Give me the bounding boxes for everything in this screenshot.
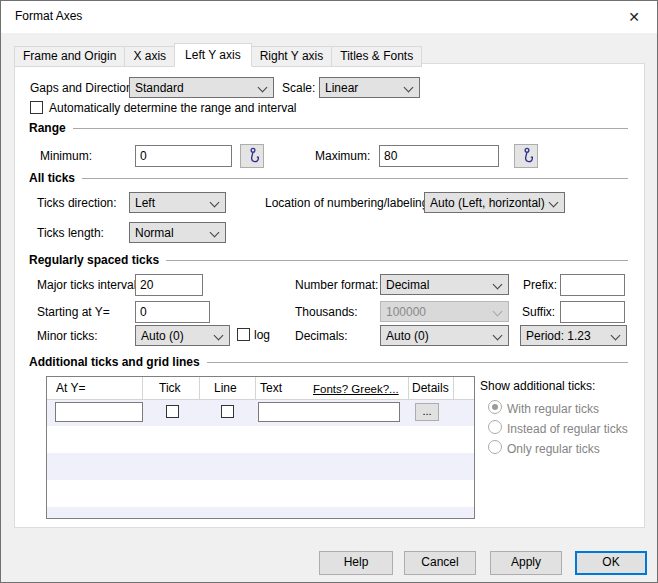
chevron-down-icon: [214, 331, 224, 341]
ticks-direction-label: Ticks direction:: [37, 196, 117, 210]
ticks-length-label: Ticks length:: [37, 226, 104, 240]
tab-titles-fonts[interactable]: Titles & Fonts: [331, 46, 422, 67]
auto-range-checkbox[interactable]: [30, 101, 43, 114]
column-header-text: Text: [260, 381, 282, 395]
additional-ticks-section-header: Additional ticks and grid lines: [29, 355, 628, 369]
radio-instead-of-regular-ticks[interactable]: [488, 420, 502, 434]
thousands-select: 100000: [380, 301, 509, 322]
help-button[interactable]: Help: [319, 551, 393, 575]
radio-with-regular-ticks[interactable]: [488, 400, 502, 414]
cancel-button[interactable]: Cancel: [404, 551, 476, 575]
chevron-down-icon: [404, 83, 414, 93]
minimum-label: Minimum:: [40, 149, 92, 163]
scale-label: Scale:: [282, 81, 315, 95]
radio-only-regular-ticks-label: Only regular ticks: [507, 442, 600, 456]
numbering-location-select[interactable]: Auto (Left, horizontal): [424, 192, 565, 213]
details-button[interactable]: ...: [415, 403, 439, 421]
line-checkbox[interactable]: [221, 405, 234, 418]
show-additional-ticks-label: Show additional ticks:: [480, 379, 595, 393]
log-label: log: [254, 328, 270, 342]
radio-with-regular-ticks-label: With regular ticks: [507, 402, 599, 416]
numbering-location-label: Location of numbering/labeling:: [265, 196, 432, 210]
chevron-down-icon: [493, 307, 503, 317]
decimals-select[interactable]: Auto (0): [380, 325, 509, 346]
table-row: [47, 453, 474, 480]
period-select[interactable]: Period: 1.23: [520, 325, 627, 346]
minimum-hook-button[interactable]: [240, 144, 264, 168]
chevron-down-icon: [210, 228, 220, 238]
tab-page-left-y-axis: Gaps and Direction: Standard Scale: Line…: [14, 63, 645, 528]
additional-ticks-table: At Y= Tick Line Text Fonts? Greek?... De…: [46, 376, 475, 519]
prefix-label: Prefix:: [523, 278, 557, 292]
dialog-title: Format Axes: [15, 9, 82, 23]
chevron-down-icon: [258, 83, 268, 93]
tab-right-y-axis[interactable]: Right Y axis: [251, 46, 333, 67]
tick-checkbox[interactable]: [166, 405, 179, 418]
maximum-hook-button[interactable]: [514, 144, 538, 168]
regular-ticks-section-header: Regularly spaced ticks: [29, 253, 628, 267]
minor-ticks-select[interactable]: Auto (0): [135, 325, 230, 346]
gaps-direction-select[interactable]: Standard: [129, 77, 274, 98]
starting-at-label: Starting at Y=: [37, 305, 110, 319]
radio-instead-of-regular-ticks-label: Instead of regular ticks: [507, 422, 628, 436]
radio-only-regular-ticks[interactable]: [488, 440, 502, 454]
minimum-input[interactable]: [135, 145, 232, 167]
ok-button[interactable]: OK: [575, 551, 647, 575]
scale-select[interactable]: Linear: [319, 77, 420, 98]
column-header-details: Details: [412, 381, 449, 395]
tab-frame-and-origin[interactable]: Frame and Origin: [14, 46, 125, 67]
table-row: [47, 507, 474, 518]
range-section-header: Range: [29, 121, 628, 135]
thousands-label: Thousands:: [295, 305, 358, 319]
maximum-input[interactable]: [379, 145, 499, 167]
decimals-label: Decimals:: [295, 329, 348, 343]
format-axes-dialog: Format Axes ✕ Frame and Origin X axis Le…: [0, 0, 658, 583]
minor-ticks-label: Minor ticks:: [37, 329, 98, 343]
ticks-length-select[interactable]: Normal: [129, 222, 226, 243]
major-ticks-label: Major ticks interval:: [37, 278, 140, 292]
close-icon[interactable]: ✕: [623, 7, 645, 27]
apply-button[interactable]: Apply: [490, 551, 562, 575]
all-ticks-section-header: All ticks: [29, 171, 628, 185]
fish-hook-icon: [518, 147, 534, 165]
chevron-down-icon: [210, 198, 220, 208]
tab-x-axis[interactable]: X axis: [124, 46, 175, 67]
auto-range-label: Automatically determine the range and in…: [49, 101, 296, 115]
column-header-line: Line: [214, 381, 237, 395]
chevron-down-icon: [611, 331, 621, 341]
chevron-down-icon: [549, 198, 559, 208]
chevron-down-icon: [493, 280, 503, 290]
maximum-label: Maximum:: [315, 149, 370, 163]
tick-text-input[interactable]: [258, 402, 400, 422]
gaps-direction-label: Gaps and Direction:: [30, 81, 136, 95]
at-y-input[interactable]: [55, 402, 143, 422]
log-checkbox[interactable]: [237, 328, 250, 341]
fish-hook-icon: [244, 147, 260, 165]
major-ticks-input[interactable]: [135, 274, 203, 296]
chevron-down-icon: [493, 331, 503, 341]
column-header-tick: Tick: [159, 381, 181, 395]
number-format-label: Number format:: [295, 278, 378, 292]
fonts-greek-link[interactable]: Fonts? Greek?...: [313, 383, 399, 395]
prefix-input[interactable]: [560, 274, 625, 296]
tab-left-y-axis[interactable]: Left Y axis: [174, 43, 252, 67]
ticks-direction-select[interactable]: Left: [129, 192, 226, 213]
suffix-label: Suffix:: [522, 305, 555, 319]
suffix-input[interactable]: [560, 301, 625, 323]
starting-at-input[interactable]: [135, 301, 210, 323]
tab-strip: Frame and Origin X axis Left Y axis Righ…: [14, 43, 421, 67]
column-header-at-y: At Y=: [56, 381, 85, 395]
number-format-select[interactable]: Decimal: [380, 274, 509, 295]
title-bar: Format Axes ✕: [1, 1, 657, 33]
